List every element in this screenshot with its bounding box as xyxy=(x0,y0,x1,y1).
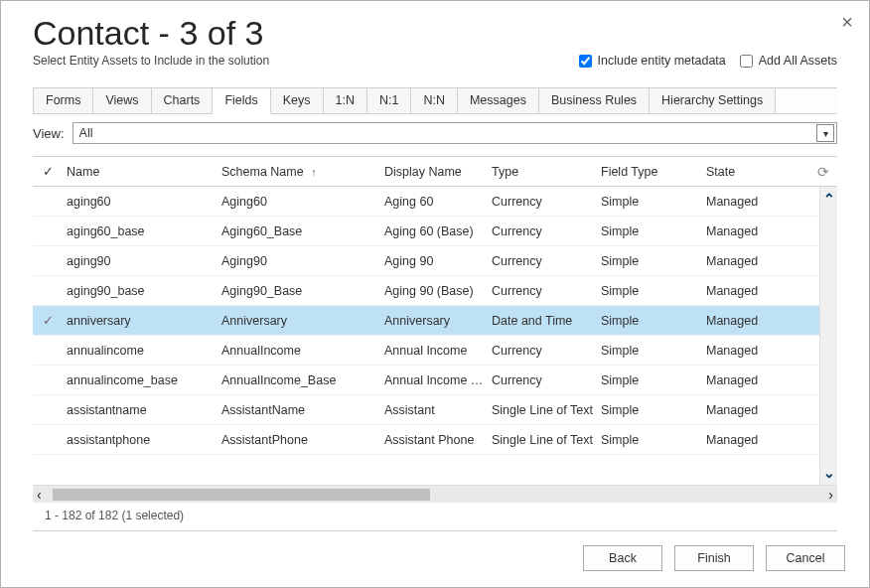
cell-display: Assistant Phone xyxy=(380,433,488,447)
view-select[interactable]: All ▾ xyxy=(72,122,837,144)
horizontal-scrollbar[interactable]: ‹ › xyxy=(33,485,837,503)
hscroll-thumb[interactable] xyxy=(53,489,430,501)
tab-1-n[interactable]: 1:N xyxy=(324,88,367,113)
cell-state: Managed xyxy=(702,284,811,298)
cell-type: Currency xyxy=(488,344,597,358)
cell-name: assistantphone xyxy=(63,433,218,447)
table-row[interactable]: assistantnameAssistantNameAssistantSingl… xyxy=(33,395,819,425)
cell-display: Assistant xyxy=(380,403,488,417)
cell-schema: AssistantName xyxy=(218,403,380,417)
table-row[interactable]: annualincomeAnnualIncomeAnnual IncomeCur… xyxy=(33,336,819,366)
cell-schema: Aging90 xyxy=(218,254,380,268)
cell-state: Managed xyxy=(702,344,811,358)
cell-field-type: Simple xyxy=(597,344,702,358)
cell-schema: Aging60 xyxy=(218,195,380,209)
tab-messages[interactable]: Messages xyxy=(458,88,539,113)
add-all-assets-input[interactable] xyxy=(740,55,753,68)
col-state[interactable]: State xyxy=(702,165,811,179)
include-metadata-checkbox[interactable]: Include entity metadata xyxy=(579,54,726,68)
vertical-scrollbar[interactable]: ⌃ ⌄ xyxy=(819,187,837,485)
cell-display: Anniversary xyxy=(380,314,488,328)
table-row[interactable]: annualincome_baseAnnualIncome_BaseAnnual… xyxy=(33,366,819,395)
cell-state: Managed xyxy=(702,403,811,417)
view-select-value: All xyxy=(79,126,93,140)
cancel-button[interactable]: Cancel xyxy=(766,545,845,571)
cell-field-type: Simple xyxy=(597,224,702,238)
col-field-type[interactable]: Field Type xyxy=(597,165,702,179)
tab-business-rules[interactable]: Business Rules xyxy=(539,88,650,113)
include-metadata-input[interactable] xyxy=(579,55,592,68)
cell-field-type: Simple xyxy=(597,284,702,298)
cell-state: Managed xyxy=(702,195,811,209)
chevron-down-icon[interactable]: ▾ xyxy=(816,124,834,142)
finish-button[interactable]: Finish xyxy=(674,545,754,571)
dialog-footer: Back Finish Cancel xyxy=(1,531,869,587)
cell-name: anniversary xyxy=(63,314,218,328)
cell-type: Currency xyxy=(488,224,597,238)
back-button[interactable]: Back xyxy=(583,545,662,571)
col-schema-label: Schema Name xyxy=(221,165,304,179)
table-row[interactable]: ✓anniversaryAnniversaryAnniversaryDate a… xyxy=(33,306,819,336)
table-row[interactable]: aging60Aging60Aging 60CurrencySimpleMana… xyxy=(33,187,819,217)
scroll-left-icon[interactable]: ‹ xyxy=(37,487,42,503)
tab-forms[interactable]: Forms xyxy=(33,88,93,113)
table-row[interactable]: aging90Aging90Aging 90CurrencySimpleMana… xyxy=(33,246,819,276)
add-all-assets-label: Add All Assets xyxy=(759,54,837,68)
dialog: × Contact - 3 of 3 Select Entity Assets … xyxy=(0,0,870,588)
select-all-checkbox[interactable]: ✓ xyxy=(33,164,63,179)
cell-type: Single Line of Text xyxy=(488,403,597,417)
page-title: Contact - 3 of 3 xyxy=(33,15,837,52)
cell-type: Currency xyxy=(488,284,597,298)
cell-schema: AssistantPhone xyxy=(218,433,380,447)
grid-body: aging60Aging60Aging 60CurrencySimpleMana… xyxy=(33,187,837,485)
table-row[interactable]: aging90_baseAging90_BaseAging 90 (Base)C… xyxy=(33,276,819,306)
cell-display: Aging 60 xyxy=(380,195,488,209)
tab-keys[interactable]: Keys xyxy=(271,88,324,113)
sort-asc-icon: ↑ xyxy=(311,166,317,178)
col-name[interactable]: Name xyxy=(63,165,218,179)
dialog-header: Contact - 3 of 3 Select Entity Assets to… xyxy=(1,1,869,74)
cell-display: Annual Income (… xyxy=(380,373,488,387)
tab-n-1[interactable]: N:1 xyxy=(367,88,411,113)
cell-type: Date and Time xyxy=(488,314,597,328)
row-check[interactable]: ✓ xyxy=(33,313,63,328)
cell-name: aging60_base xyxy=(63,224,218,238)
cell-field-type: Simple xyxy=(597,403,702,417)
page-subtitle: Select Entity Assets to Include in the s… xyxy=(33,54,269,68)
cell-display: Aging 60 (Base) xyxy=(380,224,488,238)
cell-name: aging60 xyxy=(63,195,218,209)
col-display[interactable]: Display Name xyxy=(380,165,488,179)
cell-schema: Anniversary xyxy=(218,314,380,328)
table-row[interactable]: aging60_baseAging60_BaseAging 60 (Base)C… xyxy=(33,217,819,246)
cell-type: Currency xyxy=(488,195,597,209)
cell-type: Single Line of Text xyxy=(488,433,597,447)
cell-field-type: Simple xyxy=(597,433,702,447)
cell-name: aging90 xyxy=(63,254,218,268)
cell-name: assistantname xyxy=(63,403,218,417)
close-icon[interactable]: × xyxy=(841,11,853,34)
scroll-down-icon[interactable]: ⌄ xyxy=(823,465,835,481)
cell-field-type: Simple xyxy=(597,195,702,209)
table-row[interactable]: assistantphoneAssistantPhoneAssistant Ph… xyxy=(33,425,819,455)
tab-fields[interactable]: Fields xyxy=(213,88,270,114)
add-all-assets-checkbox[interactable]: Add All Assets xyxy=(740,54,837,68)
status-bar: 1 - 182 of 182 (1 selected) xyxy=(33,509,837,531)
cell-state: Managed xyxy=(702,373,811,387)
col-type[interactable]: Type xyxy=(488,165,597,179)
tab-hierarchy-settings[interactable]: Hierarchy Settings xyxy=(650,88,776,113)
col-schema[interactable]: Schema Name ↑ xyxy=(218,165,380,179)
refresh-icon[interactable]: ⟳ xyxy=(815,164,831,180)
view-label: View: xyxy=(33,126,65,141)
tab-views[interactable]: Views xyxy=(93,88,151,113)
tab-n-n[interactable]: N:N xyxy=(411,88,458,113)
scroll-right-icon[interactable]: › xyxy=(828,487,833,503)
cell-name: annualincome_base xyxy=(63,373,218,387)
cell-name: aging90_base xyxy=(63,284,218,298)
cell-display: Aging 90 xyxy=(380,254,488,268)
grid-rows: aging60Aging60Aging 60CurrencySimpleMana… xyxy=(33,187,819,485)
cell-field-type: Simple xyxy=(597,373,702,387)
cell-display: Aging 90 (Base) xyxy=(380,284,488,298)
fields-grid: ✓ Name Schema Name ↑ Display Name Type F… xyxy=(33,156,837,503)
tab-charts[interactable]: Charts xyxy=(152,88,214,113)
scroll-up-icon[interactable]: ⌃ xyxy=(823,191,835,207)
